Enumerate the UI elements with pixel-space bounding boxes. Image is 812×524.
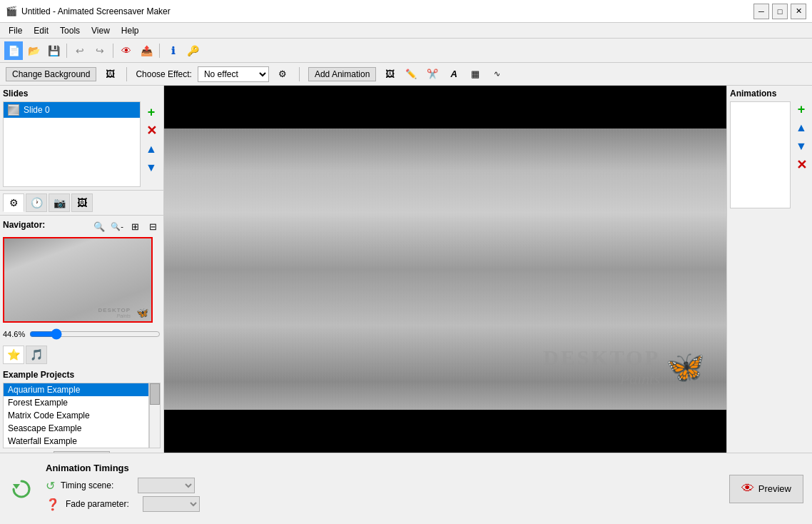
zoom-value: 44.6% (3, 330, 25, 338)
zoom-bar: 44.6% (0, 326, 163, 343)
canvas-logo: DESKTOP Paints (543, 346, 660, 388)
tab-star[interactable]: ⭐ (3, 346, 24, 364)
undo-button[interactable]: ↩ (71, 41, 89, 60)
change-background-button[interactable]: Change Background (6, 67, 96, 81)
open-button[interactable]: 📂 (24, 41, 43, 60)
navigator-preview: DESKTOP Paints 🦋 (3, 237, 153, 323)
move-slide-up-button[interactable]: ▲ (143, 141, 159, 157)
timing-scene-label: Timing scene: (61, 480, 132, 490)
save-button[interactable]: 💾 (44, 41, 63, 60)
menu-view[interactable]: View (86, 24, 116, 37)
tab-camera[interactable]: 📷 (49, 193, 70, 212)
text-button[interactable]: A (446, 66, 462, 82)
erase-button[interactable]: ✂️ (425, 66, 440, 82)
minimize-button[interactable]: ─ (753, 4, 769, 19)
effect-select[interactable]: No effect Fade Slide Zoom (198, 66, 269, 82)
menu-edit[interactable]: Edit (28, 24, 54, 37)
nav-zoom-out-button[interactable]: 🔍- (109, 218, 125, 234)
bottom-tabs: ⭐ 🎵 (0, 343, 163, 367)
animation-timings-icon (9, 476, 34, 502)
tab-icons: ⚙ 🕐 📷 🖼 (0, 191, 163, 216)
animations-list-box (730, 101, 791, 208)
right-panel-inner: + ▲ ▼ ✕ (730, 101, 809, 211)
nav-actual-size-button[interactable]: ⊟ (145, 218, 161, 234)
close-button[interactable]: ✕ (791, 4, 806, 19)
key-button[interactable]: 🔑 (183, 41, 202, 60)
nav-zoom-in-button[interactable]: 🔍 (91, 218, 107, 234)
canvas-top-black (164, 86, 726, 129)
preview-toolbar-button[interactable]: 👁 (117, 41, 136, 60)
title-bar-left: 🎬 Untitled - Animated Screensaver Maker (6, 6, 171, 16)
example-item-matrix[interactable]: Matrix Code Example (4, 409, 148, 422)
toolbar-separator-2 (113, 44, 113, 58)
tab-clock[interactable]: 🕐 (26, 193, 47, 212)
move-slide-down-button[interactable]: ▼ (143, 160, 159, 176)
canvas-butterfly: 🦋 (666, 348, 705, 386)
maximize-button[interactable]: □ (772, 4, 788, 19)
right-panel: Animations + ▲ ▼ ✕ (726, 86, 812, 453)
change-background-label: Change Background (12, 69, 90, 79)
fade-param-icon: ❓ (46, 498, 60, 511)
nav-watermark: DESKTOP Paints (98, 307, 131, 318)
action-bar: Change Background 🖼 Choose Effect: No ef… (0, 63, 812, 86)
slides-label: Slides (3, 89, 28, 99)
main-canvas: DESKTOP Paints 🦋 (164, 86, 726, 453)
add-animation-list-button[interactable]: + (793, 101, 809, 117)
info-button[interactable]: ℹ (163, 41, 182, 60)
add-slide-button[interactable]: + (143, 104, 159, 120)
add-animation-button[interactable]: Add Animation (308, 67, 376, 81)
redo-button[interactable]: ↪ (91, 41, 109, 60)
move-animation-up-button[interactable]: ▲ (793, 120, 809, 136)
examples-list: Aquarium Example Forest Example Matrix C… (3, 383, 149, 448)
scroll-thumb (150, 383, 160, 405)
menu-tools[interactable]: Tools (54, 24, 86, 37)
menu-file[interactable]: File (3, 24, 28, 37)
example-item-waterfall[interactable]: Waterfall Example (4, 435, 148, 448)
slide-item-0[interactable]: Slide 0 (4, 102, 140, 118)
example-item-seascape[interactable]: Seascape Example (4, 422, 148, 435)
zoom-slider[interactable] (29, 328, 161, 340)
animation-timings-section: Animation Timings ↺ Timing scene: ❓ Fade… (46, 463, 200, 515)
tab-image[interactable]: 🖼 (71, 193, 93, 212)
canvas-watermark-script: Paints (620, 370, 660, 388)
title-bar: 🎬 Untitled - Animated Screensaver Maker … (0, 0, 812, 23)
export-button[interactable]: 📤 (137, 41, 156, 60)
remove-animation-button[interactable]: ✕ (793, 157, 809, 173)
examples-scrollbar[interactable] (149, 383, 161, 448)
move-animation-down-button[interactable]: ▼ (793, 138, 809, 154)
slides-section: Slides Slide 0 (0, 86, 163, 191)
animations-list (730, 101, 791, 211)
menu-help[interactable]: Help (116, 24, 145, 37)
animations-buttons: + ▲ ▼ ✕ (793, 101, 809, 211)
wave-button[interactable]: ∿ (489, 66, 504, 82)
table-button[interactable]: ▦ (467, 66, 483, 82)
draw-button[interactable]: ✏️ (403, 66, 419, 82)
toolbar-separator-3 (159, 44, 160, 58)
left-panel: Slides Slide 0 (0, 86, 164, 453)
fade-param-select[interactable] (143, 496, 200, 512)
new-button[interactable]: 📄 (4, 41, 23, 60)
content-area: Slides Slide 0 (0, 86, 812, 453)
slide-label: Slide 0 (24, 105, 50, 115)
example-item-forest[interactable]: Forest Example (4, 396, 148, 409)
nav-fit-button[interactable]: ⊞ (127, 218, 143, 234)
background-icon-button[interactable]: 🖼 (102, 66, 118, 82)
preview-section: 👁 Preview (729, 475, 803, 503)
example-item-aquarium[interactable]: Aquarium Example (4, 383, 148, 396)
preview-button[interactable]: 👁 Preview (729, 475, 803, 503)
navigator-section: Navigator: 🔍 🔍- ⊞ ⊟ DESKTOP (0, 216, 163, 326)
canvas-watermark-main: DESKTOP (543, 346, 660, 370)
navigator-tools: 🔍 🔍- ⊞ ⊟ (91, 218, 161, 234)
canvas-middle[interactable]: DESKTOP Paints 🦋 (164, 129, 726, 410)
timing-scene-icon: ↺ (46, 479, 55, 493)
action-separator-1 (126, 67, 127, 81)
tab-music[interactable]: 🎵 (26, 346, 47, 364)
tab-wheel[interactable]: ⚙ (3, 193, 24, 212)
remove-slide-button[interactable]: ✕ (143, 123, 159, 138)
slides-side-buttons: + ✕ ▲ ▼ (142, 101, 161, 187)
choose-effect-label: Choose Effect: (136, 69, 192, 79)
examples-with-scroll: Aquarium Example Forest Example Matrix C… (3, 383, 161, 448)
timing-scene-select[interactable] (138, 478, 195, 493)
add-image-button[interactable]: 🖼 (382, 66, 397, 82)
effect-settings-button[interactable]: ⚙ (275, 66, 290, 82)
